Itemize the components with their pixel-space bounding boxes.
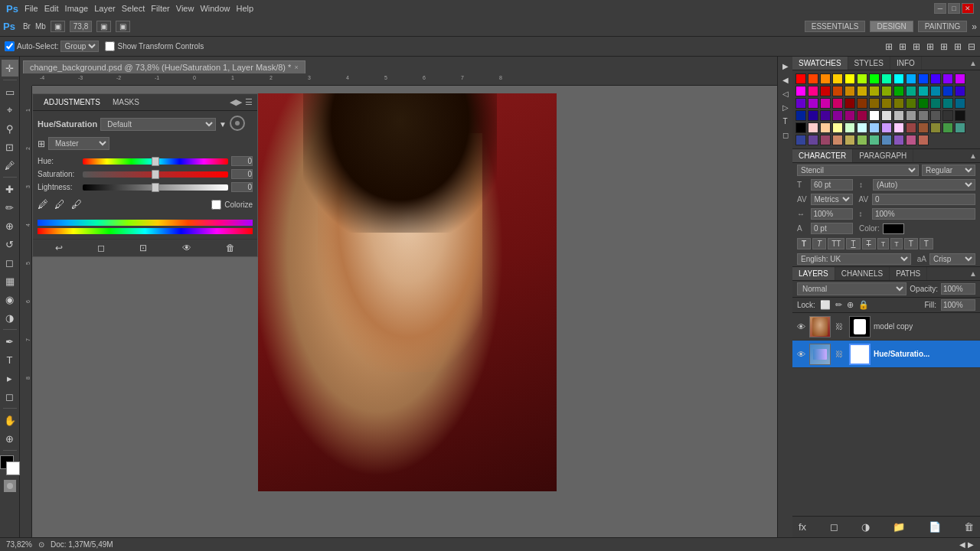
menu-file[interactable]: File [24, 4, 38, 13]
swatch-item[interactable] [795, 98, 806, 109]
hand-tool[interactable]: ✋ [2, 412, 18, 429]
leading-dropdown[interactable]: (Auto) 72 pt 60 pt [873, 179, 975, 191]
swatch-item[interactable] [857, 110, 867, 121]
swatch-item[interactable] [930, 86, 941, 96]
swatch-item[interactable] [832, 73, 843, 84]
menu-layer[interactable]: Layer [94, 4, 116, 13]
swatch-item[interactable] [930, 98, 941, 109]
swatch-item[interactable] [906, 122, 916, 133]
layers-collapse-btn[interactable]: ▲ [966, 267, 980, 280]
swatch-item[interactable] [832, 122, 843, 133]
lightness-value-input[interactable]: 0 [231, 182, 253, 192]
align-right-icon[interactable]: ⊞ [913, 41, 920, 52]
swatch-item[interactable] [869, 135, 880, 145]
bold-btn[interactable]: T [797, 238, 811, 249]
panel-toggle-5[interactable]: T [779, 115, 792, 127]
tracking-input[interactable]: 0 [872, 194, 975, 205]
swatch-item[interactable] [820, 122, 831, 133]
pen-tool[interactable]: ✒ [2, 333, 18, 350]
swatch-item[interactable] [881, 135, 892, 145]
document-tab[interactable]: change_background.psd @ 73,8% (Hue/Satur… [23, 60, 305, 73]
screen-mode-btn[interactable]: ▣ [96, 21, 111, 32]
font-style-dropdown[interactable]: Regular Bold Italic [922, 165, 975, 176]
lock-transparent-icon[interactable]: ⬜ [820, 300, 831, 310]
stamp-tool[interactable]: ⊕ [2, 217, 18, 234]
swatch-item[interactable] [955, 73, 965, 84]
swatch-item[interactable] [918, 73, 929, 84]
align-middle-icon[interactable]: ⊞ [940, 41, 948, 52]
swatch-item[interactable] [857, 135, 867, 145]
info-tab[interactable]: INFO [890, 57, 922, 70]
adjustments-tab[interactable]: ADJUSTMENTS [38, 96, 106, 108]
minibride-btn[interactable]: Mb [35, 22, 46, 31]
swatch-item[interactable] [881, 110, 892, 121]
shape-tool[interactable]: ◻ [2, 388, 18, 405]
swatch-item[interactable] [918, 98, 929, 109]
swatch-item[interactable] [918, 110, 929, 121]
painting-btn[interactable]: PAINTING [918, 21, 967, 32]
panel-toggle-3[interactable]: ◁ [779, 87, 792, 99]
swatch-item[interactable] [808, 98, 818, 109]
colorize-checkbox[interactable] [211, 200, 221, 210]
auto-select-checkbox[interactable] [5, 41, 15, 51]
background-color[interactable] [6, 461, 20, 475]
swatch-item[interactable] [832, 98, 843, 109]
faux-italic-btn[interactable]: T [920, 238, 933, 249]
swatch-item[interactable] [820, 110, 831, 121]
create-group-btn[interactable]: 📁 [891, 520, 906, 534]
hue-value-input[interactable]: 0 [231, 156, 253, 166]
kerning-dropdown[interactable]: Metrics Optical 0 [811, 194, 853, 205]
lock-all-icon[interactable]: 🔒 [858, 300, 869, 310]
swatch-item[interactable] [808, 110, 818, 121]
swatch-item[interactable] [942, 73, 953, 84]
swatch-item[interactable] [844, 110, 855, 121]
essentials-btn[interactable]: ESSENTIALS [805, 21, 866, 32]
add-adjustment-btn[interactable]: ◑ [860, 520, 871, 534]
delete-layer-btn[interactable]: 🗑 [962, 520, 975, 534]
swatch-item[interactable] [930, 122, 941, 133]
type-tool[interactable]: T [2, 351, 18, 368]
auto-select-dropdown[interactable]: Group Layer [60, 41, 99, 52]
panel-expand-icon[interactable]: ◀▶ [230, 97, 242, 107]
swatch-item[interactable] [844, 73, 855, 84]
reset-btn[interactable]: ↩ [55, 243, 63, 253]
swatch-item[interactable] [795, 122, 806, 133]
channels-tab[interactable]: CHANNELS [835, 267, 890, 280]
more-workspaces-btn[interactable]: » [972, 21, 977, 32]
tab-close-btn[interactable]: × [294, 64, 298, 71]
swatch-item[interactable] [955, 86, 965, 96]
swatch-item[interactable] [942, 98, 953, 109]
swatch-item[interactable] [955, 110, 965, 121]
lasso-tool[interactable]: ⌖ [2, 102, 18, 119]
healing-tool[interactable]: ✚ [2, 181, 18, 197]
delete-adj-btn[interactable]: 🗑 [226, 243, 235, 253]
swatch-item[interactable] [906, 86, 916, 96]
styles-tab[interactable]: STYLES [848, 57, 890, 70]
quick-mask-btn[interactable] [4, 480, 16, 492]
blur-tool[interactable]: ◉ [2, 291, 18, 308]
swatches-tab[interactable]: SWATCHES [792, 57, 848, 70]
swatch-item[interactable] [893, 135, 904, 145]
fg-bg-colors[interactable] [0, 455, 20, 475]
zoom-tool[interactable]: ⊕ [2, 430, 18, 447]
swatch-item[interactable] [893, 86, 904, 96]
hue-slider-thumb[interactable] [152, 157, 159, 166]
horiz-scale-input[interactable]: 100% [811, 208, 853, 220]
swatch-item[interactable] [942, 110, 953, 121]
path-select-tool[interactable]: ▸ [2, 370, 18, 386]
language-dropdown[interactable]: English: UK English: US [797, 253, 911, 265]
swatch-item[interactable] [808, 73, 818, 84]
swatch-item[interactable] [942, 86, 953, 96]
create-layer-btn[interactable]: 📄 [927, 520, 942, 534]
panel-toggle-1[interactable]: ▶ [779, 60, 792, 72]
panel-toggle-4[interactable]: ▷ [779, 101, 792, 113]
menu-image[interactable]: Image [65, 4, 89, 13]
remove-sample-btn[interactable]: 🖋 [71, 198, 82, 210]
swatch-item[interactable] [795, 73, 806, 84]
swatch-item[interactable] [820, 135, 831, 145]
lightness-slider-track[interactable] [83, 184, 228, 191]
layer-visibility-icon[interactable]: 👁 [795, 322, 806, 331]
sample-eyedropper-btn[interactable]: 🖉 [38, 198, 48, 210]
menu-select[interactable]: Select [122, 4, 145, 13]
paths-tab[interactable]: PATHS [890, 267, 927, 280]
